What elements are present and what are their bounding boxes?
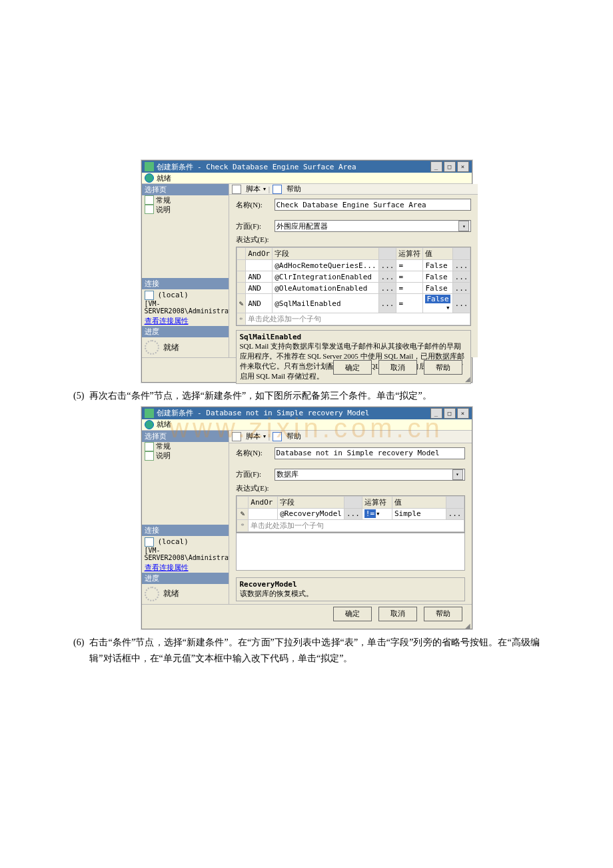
select-page-header: 选择页 <box>142 431 229 442</box>
col-andor[interactable]: AndOr <box>249 496 278 508</box>
minimize-button[interactable]: _ <box>430 161 442 172</box>
chevron-down-icon[interactable]: ▾ <box>458 221 469 231</box>
nav-description[interactable]: 说明 <box>142 205 229 214</box>
name-label: 名称(N): <box>236 448 275 458</box>
col-field[interactable]: 字段 <box>278 496 344 508</box>
dialog-1: 创建新条件 - Check Database Engine Surface Ar… <box>141 160 472 383</box>
page-icon <box>145 195 154 205</box>
help-icon <box>273 185 282 194</box>
close-button[interactable]: × <box>457 161 469 172</box>
chevron-down-icon[interactable]: ▾ <box>263 433 266 439</box>
pencil-icon: ✎ <box>237 508 249 519</box>
window-title: 创建新条件 - Check Database Engine Surface Ar… <box>157 162 356 172</box>
info-icon <box>145 173 154 183</box>
table-row[interactable]: AND@OleAutomationEnabled...=False... <box>237 283 470 294</box>
maximize-button[interactable]: □ <box>444 408 456 419</box>
ellipsis-button[interactable]: ... <box>446 508 464 519</box>
ready-label: 就绪 <box>157 419 171 429</box>
chevron-down-icon[interactable]: ▾ <box>376 509 380 518</box>
nav-general[interactable]: 常规 <box>142 442 229 451</box>
ellipsis-button[interactable]: ... <box>378 294 396 313</box>
value-dropdown[interactable]: False <box>425 295 450 303</box>
name-field[interactable] <box>275 447 465 459</box>
connection-info: (local) [VM-SERVER2008\Administrator] <box>142 289 229 316</box>
script-icon <box>232 185 241 194</box>
table-row[interactable]: ✎@RecoveryModel...!=▾Simple... <box>237 508 464 519</box>
help-button[interactable]: 帮助 <box>424 607 462 621</box>
help-button[interactable]: 帮助 <box>287 184 301 194</box>
facet-select[interactable]: 数据库▾ <box>275 469 465 481</box>
ellipsis-button[interactable]: ... <box>378 271 396 283</box>
col-field[interactable]: 字段 <box>273 248 378 260</box>
chevron-down-icon[interactable]: ▾ <box>446 303 450 312</box>
app-icon <box>145 409 154 418</box>
name-field[interactable] <box>275 199 472 211</box>
info-icon <box>145 420 154 429</box>
progress-status: 就绪 <box>142 337 229 357</box>
facet-select[interactable]: 外围应用配置器▾ <box>275 220 472 232</box>
spinner-icon <box>145 587 159 601</box>
ellipsis-button[interactable]: ... <box>452 294 470 313</box>
minimize-button[interactable]: _ <box>430 408 442 419</box>
name-label: 名称(N): <box>236 200 275 210</box>
page-icon <box>145 205 154 214</box>
new-row[interactable]: *单击此处添加一个子句 <box>237 313 470 325</box>
nav-description[interactable]: 说明 <box>142 451 229 461</box>
server-icon <box>145 537 154 547</box>
ok-button[interactable]: 确定 <box>333 360 372 375</box>
ready-label: 就绪 <box>157 173 171 183</box>
new-row[interactable]: *单击此处添加一个子句 <box>237 519 464 531</box>
step-5-text: (5)再次右击“条件”节点，选择“新建条件”，如下图所示配备第三个条件。单击“拟… <box>73 388 540 404</box>
expression-grid[interactable]: AndOr 字段 运算符 值 ✎@RecoveryModel...!=▾Simp… <box>236 495 465 533</box>
table-row[interactable]: ✎AND@SqlMailEnabled...=False▾... <box>237 294 470 313</box>
facet-label: 方面(F): <box>236 469 275 479</box>
connection-info: (local) [VM-SERVER2008\Administrator] <box>142 536 229 563</box>
left-pane: 选择页 常规 说明 连接 (local) [VM-SERVER2008\Admi… <box>142 431 229 604</box>
facet-label: 方面(F): <box>236 221 275 231</box>
col-op[interactable]: 运算符 <box>396 248 423 260</box>
script-button[interactable]: 脚本 <box>246 184 261 194</box>
button-row: 确定 取消 帮助 <box>142 604 472 623</box>
ellipsis-button[interactable]: ... <box>378 260 396 271</box>
view-connection-link[interactable]: 查看连接属性 <box>142 563 229 573</box>
ellipsis-button[interactable]: ... <box>452 271 470 283</box>
ellipsis-button[interactable]: ... <box>344 508 362 519</box>
chevron-down-icon[interactable]: ▾ <box>263 186 266 192</box>
right-pane: 脚本 ▾ | 帮助 名称(N): 方面(F): 外围应用配置器▾ 表达式(E):… <box>229 184 478 357</box>
resize-grip[interactable]: ◢ <box>142 623 472 629</box>
view-connection-link[interactable]: 查看连接属性 <box>142 316 229 326</box>
toolbar: 脚本 ▾ | 帮助 <box>229 431 472 443</box>
op-dropdown[interactable]: != <box>364 509 376 518</box>
nav-general[interactable]: 常规 <box>142 195 229 205</box>
description-box: SqlMailEnabled SQL Mail 支持向数据库引擎发送电子邮件和从… <box>236 330 472 384</box>
help-button[interactable]: 帮助 <box>287 431 301 441</box>
cancel-button[interactable]: 取消 <box>378 360 417 375</box>
toolbar: 脚本 ▾ | 帮助 <box>229 184 478 195</box>
help-button[interactable]: 帮助 <box>424 360 462 375</box>
server-icon <box>145 291 154 300</box>
script-button[interactable]: 脚本 <box>246 431 261 441</box>
expression-grid[interactable]: AndOr 字段 运算符 值 @AdHocRemoteQueriesE.....… <box>236 247 472 326</box>
title-bar[interactable]: 创建新条件 - Database not in Simple recovery … <box>142 407 472 419</box>
col-val[interactable]: 值 <box>423 248 452 260</box>
maximize-button[interactable]: □ <box>444 161 456 172</box>
script-icon <box>232 432 241 441</box>
page-icon <box>145 442 154 451</box>
table-row[interactable]: AND@ClrIntegrationEnabled...=False... <box>237 271 470 283</box>
status-strip: 就绪 <box>142 419 472 431</box>
expr-label: 表达式(E): <box>236 483 275 493</box>
title-bar[interactable]: 创建新条件 - Check Database Engine Surface Ar… <box>142 161 472 173</box>
ok-button[interactable]: 确定 <box>333 607 372 621</box>
col-op[interactable]: 运算符 <box>362 496 392 508</box>
col-val[interactable]: 值 <box>392 496 446 508</box>
chevron-down-icon[interactable]: ▾ <box>452 469 463 480</box>
close-button[interactable]: × <box>457 408 469 419</box>
ellipsis-button[interactable]: ... <box>452 283 470 294</box>
progress-status: 就绪 <box>142 584 229 604</box>
ellipsis-button[interactable]: ... <box>378 283 396 294</box>
col-andor[interactable]: AndOr <box>246 248 273 260</box>
ellipsis-button[interactable]: ... <box>452 260 470 271</box>
cancel-button[interactable]: 取消 <box>378 607 417 621</box>
table-row[interactable]: @AdHocRemoteQueriesE......=False... <box>237 260 470 271</box>
connection-header: 连接 <box>142 525 229 536</box>
